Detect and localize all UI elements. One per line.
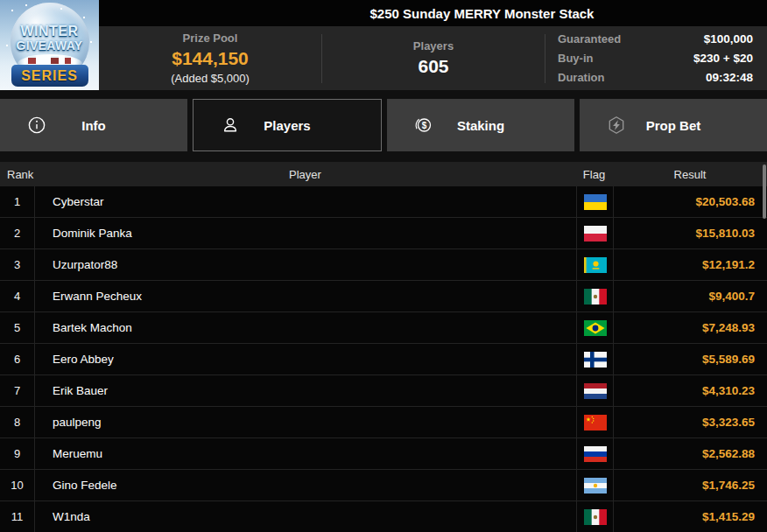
players-label: Players	[322, 39, 545, 52]
flag-cell	[576, 344, 614, 374]
tab-bar: InfoPlayers$StakingProp Bet	[0, 99, 767, 151]
detail-row-duration: Duration09:32:48	[558, 71, 753, 84]
detail-value: $230 + $20	[693, 52, 753, 65]
player-cell: Erik Bauer	[35, 375, 576, 406]
header-right: $250 Sunday MERRY Monster Stack Prize Po…	[99, 0, 767, 90]
prop-bet-hex-icon	[606, 115, 627, 136]
flag-brazil-icon	[584, 320, 607, 336]
player-cell: Dominik Panka	[35, 218, 576, 248]
result-cell: $9,400.7	[614, 281, 767, 312]
result-cell: $15,810.03	[614, 218, 767, 248]
winter-giveaway-series-logo: WINTER GIVEAWAY SERIES	[0, 0, 99, 90]
info-icon	[26, 115, 47, 136]
flag-cell	[576, 312, 614, 343]
detail-value: $100,000	[704, 32, 753, 46]
table-row: 11W1nda$1,415.29	[0, 501, 767, 532]
tab-staking[interactable]: $Staking	[387, 99, 574, 151]
tab-label: Staking	[457, 118, 504, 133]
logo-house-graphic	[51, 58, 59, 64]
flag-netherlands-icon	[584, 383, 607, 399]
table-row: 3Uzurpator88$12,191.2	[0, 249, 767, 281]
logo-house-graphic	[65, 58, 71, 64]
tab-label: Info	[81, 118, 106, 133]
detail-row-guaranteed: Guaranteed$100,000	[558, 32, 753, 46]
flag-cell	[576, 501, 614, 532]
rank-cell: 6	[0, 344, 35, 374]
prize-pool-added-note: (Added $5,000)	[99, 72, 321, 85]
stat-details: Guaranteed$100,000Buy-in$230 + $20Durati…	[545, 32, 767, 84]
logo-house-graphic	[28, 58, 36, 64]
tournament-page: WINTER GIVEAWAY SERIES $250 Sunday MERRY…	[0, 0, 767, 532]
results-table: Rank Player Flag Result 1Cyberstar$20,50…	[0, 162, 767, 532]
detail-value: 09:32:48	[706, 71, 753, 84]
flag-mexico-icon	[584, 289, 607, 304]
table-body: 1Cyberstar$20,503.682Dominik Panka$15,81…	[0, 186, 767, 532]
tab-players[interactable]: Players	[193, 99, 382, 151]
flag-cell	[576, 407, 614, 438]
snow-mound-graphic	[18, 54, 82, 74]
rank-cell: 11	[0, 501, 35, 532]
result-cell: $5,589.69	[614, 344, 767, 374]
result-cell: $4,310.23	[614, 375, 767, 406]
tab-label: Players	[264, 118, 310, 133]
detail-label: Buy-in	[558, 52, 593, 65]
rank-cell: 10	[0, 470, 35, 500]
result-cell: $2,562.88	[614, 438, 767, 469]
result-cell: $3,323.65	[614, 407, 767, 438]
title-bar: $250 Sunday MERRY Monster Stack	[99, 0, 767, 26]
rank-cell: 1	[0, 186, 35, 217]
detail-label: Duration	[558, 71, 604, 84]
column-header-rank: Rank	[0, 168, 35, 181]
flag-cell	[576, 470, 614, 500]
flag-cell	[576, 186, 614, 217]
dollar-circle-icon: $	[413, 115, 434, 136]
column-header-player: Player	[35, 168, 575, 181]
result-cell: $12,191.2	[614, 249, 767, 280]
prize-pool-value: $144,150	[99, 48, 321, 69]
rank-cell: 5	[0, 312, 35, 343]
flag-argentina-icon	[584, 478, 607, 494]
prize-pool-stat: Prize Pool $144,150 (Added $5,000)	[99, 32, 321, 85]
stats-bar: Prize Pool $144,150 (Added $5,000) Playe…	[99, 26, 767, 90]
flag-ukraine-icon	[584, 194, 607, 210]
flag-china-icon	[584, 415, 607, 430]
table-header-row: Rank Player Flag Result	[0, 162, 767, 186]
flag-finland-icon	[584, 352, 607, 368]
flag-poland-icon	[584, 226, 607, 242]
snow-globe-graphic	[11, 3, 89, 81]
scrollbar-thumb[interactable]	[763, 164, 766, 219]
tab-info[interactable]: Info	[0, 99, 187, 151]
person-icon	[220, 115, 241, 136]
rank-cell: 2	[0, 218, 35, 248]
table-row: 1Cyberstar$20,503.68	[0, 186, 767, 218]
flag-cell	[576, 375, 614, 406]
player-cell: Uzurpator88	[35, 249, 576, 280]
tournament-title: $250 Sunday MERRY Monster Stack	[370, 6, 595, 21]
tab-prop-bet[interactable]: Prop Bet	[580, 99, 767, 151]
prize-pool-label: Prize Pool	[99, 32, 321, 45]
result-cell: $7,248.93	[614, 312, 767, 343]
flag-cell	[576, 438, 614, 469]
flag-kazakhstan-icon	[584, 257, 607, 273]
table-row: 10Gino Fedele$1,746.25	[0, 470, 767, 501]
tournament-header: WINTER GIVEAWAY SERIES $250 Sunday MERRY…	[0, 0, 767, 90]
player-cell: Gino Fedele	[35, 470, 576, 500]
rank-cell: 8	[0, 407, 35, 438]
player-cell: Bartek Machon	[35, 312, 576, 343]
flag-russia-icon	[584, 446, 607, 462]
result-cell: $20,503.68	[614, 186, 767, 217]
table-row: 9Meruemu$2,562.88	[0, 438, 767, 470]
detail-row-buy-in: Buy-in$230 + $20	[558, 52, 753, 65]
table-row: 7Erik Bauer$4,310.23	[0, 375, 767, 407]
players-stat: Players 605	[322, 39, 545, 77]
flag-cell	[576, 281, 614, 312]
flag-cell	[576, 249, 614, 280]
rank-cell: 3	[0, 249, 35, 280]
flag-mexico-icon	[584, 509, 607, 525]
tab-label: Prop Bet	[646, 118, 701, 133]
player-cell: Erwann Pecheux	[35, 281, 576, 312]
player-cell: Meruemu	[35, 438, 576, 469]
rank-cell: 7	[0, 375, 35, 406]
player-cell: paulpeng	[35, 407, 576, 438]
table-row: 8paulpeng$3,323.65	[0, 407, 767, 438]
